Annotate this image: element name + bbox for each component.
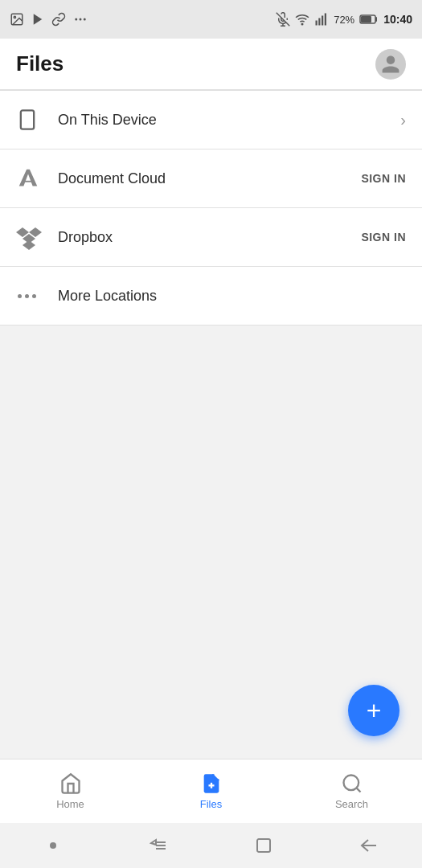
svg-rect-16 [21, 110, 34, 129]
nav-item-search[interactable]: Search [281, 760, 422, 823]
svg-rect-13 [325, 14, 326, 26]
status-bar: 72% 10:40 [0, 0, 422, 39]
more-icon [72, 12, 88, 27]
phone-icon [16, 108, 51, 131]
svg-point-9 [301, 23, 303, 25]
status-bar-right-icons: 72% 10:40 [276, 12, 412, 27]
system-navigation-bar [0, 823, 422, 868]
document-cloud-signin[interactable]: SIGN IN [361, 172, 406, 185]
recent-apps-button[interactable] [142, 829, 174, 862]
files-nav-label: Files [200, 798, 222, 810]
bottom-navigation: Home Files Search [0, 759, 422, 823]
battery-icon [359, 14, 379, 25]
dot-nav-button[interactable] [37, 829, 69, 862]
page-title: Files [16, 51, 64, 76]
svg-point-5 [84, 18, 86, 21]
nav-item-home[interactable]: Home [0, 760, 141, 823]
battery-level: 72% [334, 14, 354, 26]
home-icon [59, 772, 82, 795]
user-avatar[interactable] [375, 49, 406, 80]
svg-point-1 [14, 16, 15, 18]
svg-marker-2 [34, 14, 43, 25]
add-icon: + [367, 698, 382, 723]
acrobat-icon [16, 166, 51, 190]
home-nav-label: Home [56, 798, 84, 810]
svg-marker-21 [23, 240, 35, 250]
document-cloud-label: Document Cloud [58, 170, 361, 187]
link-icon [51, 12, 66, 27]
app-header: Files [0, 39, 422, 90]
circle-dot-icon [49, 841, 57, 850]
svg-point-24 [343, 776, 358, 791]
play-icon [31, 12, 45, 27]
files-icon [200, 772, 223, 795]
list-item-dropbox[interactable]: Dropbox SIGN IN [0, 208, 422, 266]
avatar-icon [380, 54, 401, 75]
svg-point-3 [75, 18, 77, 21]
search-nav-label: Search [335, 798, 368, 810]
more-locations-label: More Locations [58, 288, 406, 305]
dropbox-label: Dropbox [58, 229, 361, 246]
list-item-more-locations[interactable]: More Locations [0, 267, 422, 325]
photo-icon [10, 12, 24, 27]
dropbox-logo-icon [16, 224, 42, 250]
home-nav-button[interactable] [248, 829, 280, 862]
svg-rect-11 [318, 18, 320, 26]
dropbox-icon [16, 224, 51, 250]
svg-rect-12 [322, 16, 323, 26]
back-icon [360, 838, 378, 853]
svg-point-4 [80, 18, 82, 21]
more-locations-icon [16, 294, 51, 298]
content-area: + [0, 326, 422, 759]
square-icon [256, 837, 272, 854]
svg-rect-30 [257, 839, 270, 852]
list-item-on-this-device[interactable]: On This Device › [0, 91, 422, 149]
chevron-right-icon: › [400, 111, 406, 129]
signal-icon [314, 12, 329, 27]
svg-rect-10 [316, 21, 318, 26]
time-display: 10:40 [383, 13, 412, 26]
nav-item-files[interactable]: Files [141, 760, 281, 823]
add-button[interactable]: + [348, 685, 399, 736]
wifi-icon [295, 12, 309, 27]
status-bar-left-icons [10, 12, 88, 27]
svg-rect-15 [361, 16, 371, 23]
locations-list: On This Device › Document Cloud SIGN IN [0, 91, 422, 326]
acrobat-logo-icon [16, 166, 40, 190]
svg-line-25 [356, 788, 360, 792]
search-icon [341, 772, 363, 795]
list-item-document-cloud[interactable]: Document Cloud SIGN IN [0, 149, 422, 207]
on-this-device-label: On This Device [58, 112, 400, 129]
dropbox-signin[interactable]: SIGN IN [361, 231, 406, 244]
back-button[interactable] [353, 829, 385, 862]
mute-icon [276, 12, 290, 27]
svg-point-26 [50, 842, 56, 849]
recent-apps-icon [150, 838, 167, 853]
